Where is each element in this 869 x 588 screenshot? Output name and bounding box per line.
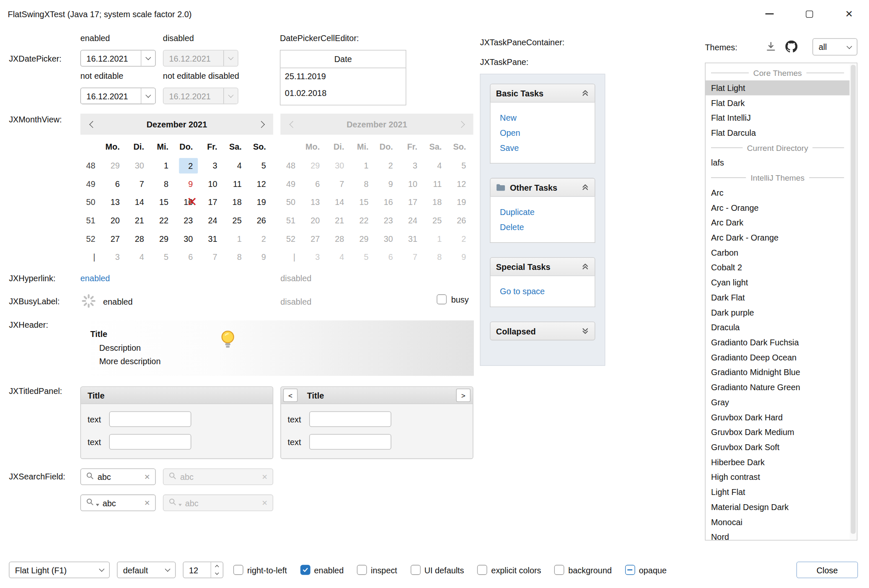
checkbox-background[interactable]: background bbox=[554, 565, 612, 575]
table-row[interactable]: 25.11.2019 bbox=[280, 68, 406, 85]
day-cell[interactable]: 5 bbox=[249, 156, 273, 175]
day-cell[interactable]: 8 bbox=[151, 175, 176, 193]
clear-icon[interactable]: ✕ bbox=[144, 499, 150, 507]
panel-prev-button[interactable]: < bbox=[283, 389, 297, 402]
checkbox-busy[interactable]: busy bbox=[437, 294, 468, 304]
theme-item[interactable]: Hiberbee Dark bbox=[706, 455, 850, 470]
taskpane-header[interactable]: Basic Tasks bbox=[490, 84, 595, 103]
next-month-button[interactable] bbox=[249, 122, 273, 127]
theme-item[interactable]: Cyan light bbox=[706, 275, 850, 290]
day-cell[interactable]: 6 bbox=[103, 175, 127, 193]
day-cell[interactable]: 29 bbox=[151, 230, 176, 248]
close-button[interactable]: Close bbox=[797, 562, 858, 578]
scrollbar[interactable] bbox=[850, 63, 857, 540]
text-input[interactable] bbox=[309, 411, 391, 427]
theme-item[interactable]: Gradianto Nature Green bbox=[706, 380, 850, 395]
day-cell[interactable]: 24 bbox=[200, 211, 224, 230]
day-cell[interactable]: 25 bbox=[225, 211, 249, 230]
checkbox-inspect[interactable]: inspect bbox=[357, 565, 397, 575]
day-cell[interactable]: 29 bbox=[103, 156, 127, 175]
text-input[interactable] bbox=[109, 434, 191, 450]
search-text[interactable]: abc bbox=[98, 472, 141, 481]
day-cell[interactable]: 15 bbox=[151, 193, 176, 211]
theme-item[interactable]: Arc bbox=[706, 185, 850, 200]
day-cell[interactable]: 8 bbox=[225, 248, 249, 266]
day-cell[interactable]: 1 bbox=[225, 230, 249, 248]
checkbox-explicit-colors[interactable]: explicit colors bbox=[477, 565, 541, 575]
taskpane-header[interactable]: Special Tasks bbox=[490, 257, 595, 276]
download-icon[interactable] bbox=[765, 41, 777, 54]
theme-item[interactable]: lafs bbox=[706, 155, 850, 170]
maximize-button[interactable] bbox=[789, 0, 829, 28]
day-cell[interactable]: 13 bbox=[103, 193, 127, 211]
theme-item[interactable]: Nord bbox=[706, 529, 850, 540]
day-cell[interactable]: 2 bbox=[249, 230, 273, 248]
theme-item[interactable]: Gruvbox Dark Soft bbox=[706, 440, 850, 455]
scrollbar-thumb[interactable] bbox=[851, 65, 856, 534]
day-cell[interactable]: 10 bbox=[200, 175, 224, 193]
spinner-down-button[interactable] bbox=[211, 570, 223, 578]
checkbox-enabled[interactable]: enabled bbox=[300, 565, 344, 575]
text-input[interactable] bbox=[309, 434, 391, 450]
day-cell[interactable]: 7 bbox=[127, 175, 151, 193]
laf-combo[interactable]: Flat Light (F1) bbox=[9, 562, 110, 578]
day-cell[interactable]: 7 bbox=[200, 248, 224, 266]
theme-item[interactable]: Flat Dark bbox=[706, 96, 850, 111]
datepicker-enabled[interactable]: 16.12.2021 bbox=[80, 50, 156, 67]
day-cell[interactable]: 4 bbox=[127, 248, 151, 266]
clear-icon[interactable]: ✕ bbox=[144, 473, 150, 481]
day-cell[interactable]: 3 bbox=[200, 156, 224, 175]
date-value[interactable]: 16.12.2021 bbox=[81, 54, 141, 63]
theme-item[interactable]: Light Flat bbox=[706, 484, 850, 500]
calendar-dropdown-button[interactable] bbox=[141, 88, 155, 104]
day-cell[interactable]: 19 bbox=[249, 193, 273, 211]
theme-item[interactable]: Material Design Dark bbox=[706, 500, 850, 515]
day-cell[interactable]: 18 bbox=[225, 193, 249, 211]
search-menu-icon[interactable] bbox=[86, 498, 94, 508]
theme-item[interactable]: Flat Darcula bbox=[706, 125, 850, 140]
theme-item[interactable]: Gradianto Midnight Blue bbox=[706, 365, 850, 380]
search-text[interactable]: abc bbox=[103, 498, 141, 507]
task-link[interactable]: Save bbox=[500, 140, 595, 155]
checkbox-opaque[interactable]: opaque bbox=[625, 565, 667, 575]
spinner-up-button[interactable] bbox=[211, 562, 223, 570]
prev-month-button[interactable] bbox=[80, 122, 105, 127]
hyperlink-enabled[interactable]: enabled bbox=[80, 273, 110, 282]
theme-item[interactable]: Dark Flat bbox=[706, 290, 850, 305]
window-close-button[interactable]: ✕ bbox=[829, 0, 869, 28]
theme-item[interactable]: Dracula bbox=[706, 320, 850, 335]
day-cell[interactable]: 30 bbox=[176, 230, 200, 248]
taskpane-header[interactable]: Collapsed bbox=[490, 321, 595, 340]
day-cell[interactable]: 30 bbox=[127, 156, 151, 175]
theme-item[interactable]: Arc Dark bbox=[706, 215, 850, 230]
task-link[interactable]: Duplicate bbox=[500, 205, 595, 220]
task-link[interactable]: Open bbox=[500, 125, 595, 140]
theme-item[interactable]: Gradianto Deep Ocean bbox=[706, 350, 850, 365]
day-cell[interactable]: 6 bbox=[176, 248, 200, 266]
text-input[interactable] bbox=[109, 411, 191, 427]
day-cell[interactable]: 14 bbox=[127, 193, 151, 211]
day-cell[interactable]: 1 bbox=[151, 156, 176, 175]
github-icon[interactable] bbox=[785, 41, 797, 54]
day-cell[interactable]: 2 bbox=[179, 158, 198, 174]
checkbox-right-to-left[interactable]: right-to-left bbox=[233, 565, 287, 575]
spinner-value[interactable]: 12 bbox=[184, 565, 211, 574]
theme-item[interactable]: Flat IntelliJ bbox=[706, 110, 850, 125]
theme-item[interactable]: Gruvbox Dark Medium bbox=[706, 425, 850, 440]
theme-item[interactable]: Gruvbox Dark Hard bbox=[706, 409, 850, 425]
day-cell[interactable]: 22 bbox=[151, 211, 176, 230]
theme-item[interactable]: Arc Dark - Orange bbox=[706, 230, 850, 245]
font-combo[interactable]: default bbox=[117, 562, 176, 578]
checkbox-UI-defaults[interactable]: UI defaults bbox=[411, 565, 464, 575]
theme-item[interactable]: Monocai bbox=[706, 514, 850, 529]
theme-item[interactable]: Gradianto Dark Fuchsia bbox=[706, 335, 850, 350]
day-cell[interactable]: 3 bbox=[103, 248, 127, 266]
day-cell[interactable]: 9 bbox=[176, 175, 200, 193]
day-cell[interactable]: 31 bbox=[200, 230, 224, 248]
calendar-dropdown-button[interactable] bbox=[141, 50, 155, 66]
day-cell[interactable]: 26 bbox=[249, 211, 273, 230]
day-cell[interactable]: 17 bbox=[200, 193, 224, 211]
taskpane-header[interactable]: Other Tasks bbox=[490, 178, 595, 197]
themes-filter-combo[interactable]: all bbox=[812, 38, 857, 55]
theme-item[interactable]: Cobalt 2 bbox=[706, 260, 850, 275]
